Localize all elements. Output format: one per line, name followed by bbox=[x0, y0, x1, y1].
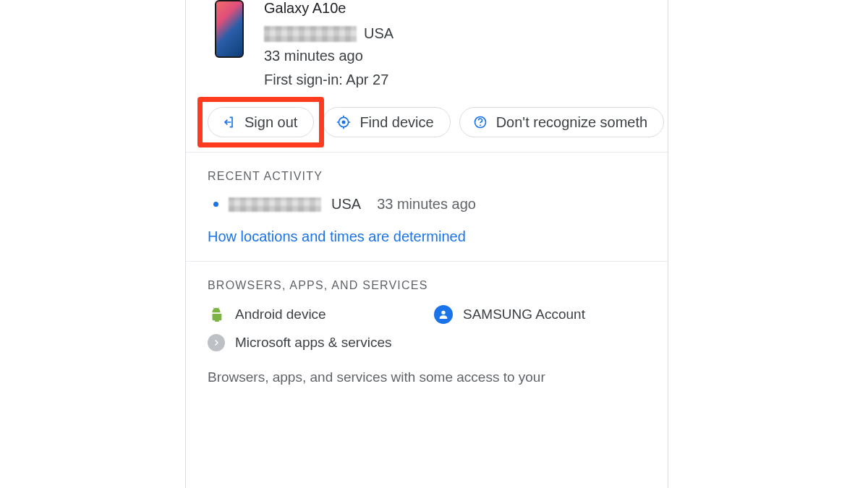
app-item-android: Android device bbox=[208, 305, 420, 324]
locate-icon bbox=[335, 114, 352, 131]
locations-info-link[interactable]: How locations and times are determined bbox=[208, 228, 466, 245]
app-item-samsung: SAMSUNG Account bbox=[434, 305, 646, 324]
redacted-activity-location bbox=[229, 197, 321, 212]
help-icon bbox=[472, 114, 489, 131]
app-label-microsoft: Microsoft apps & services bbox=[235, 335, 391, 351]
svg-point-0 bbox=[342, 121, 346, 124]
svg-point-4 bbox=[441, 311, 445, 314]
device-info: Galaxy A10e USA 33 minutes ago First sig… bbox=[264, 0, 393, 88]
app-label-android: Android device bbox=[235, 307, 326, 322]
dont-recognize-button[interactable]: Don't recognize someth bbox=[459, 107, 664, 137]
activity-time: 33 minutes ago bbox=[377, 196, 476, 213]
apps-section-title: Browsers, Apps, and Services bbox=[208, 279, 646, 292]
find-device-button[interactable]: Find device bbox=[323, 107, 450, 137]
sign-out-button[interactable]: Sign out bbox=[208, 107, 314, 137]
android-icon bbox=[208, 306, 225, 323]
activity-bullet-icon bbox=[213, 202, 218, 207]
activity-location-suffix: USA bbox=[331, 196, 361, 213]
sign-out-icon bbox=[220, 114, 237, 131]
app-item-microsoft: Microsoft apps & services bbox=[208, 334, 420, 351]
device-first-signin: First sign-in: Apr 27 bbox=[264, 72, 393, 88]
device-thumbnail bbox=[215, 0, 244, 58]
svg-point-3 bbox=[480, 124, 481, 126]
sign-out-label: Sign out bbox=[244, 114, 297, 131]
recent-activity-section: Recent Activity USA 33 minutes ago How l… bbox=[186, 153, 668, 262]
samsung-icon bbox=[434, 305, 453, 324]
app-label-samsung: SAMSUNG Account bbox=[463, 307, 585, 322]
redacted-location bbox=[264, 26, 357, 42]
apps-section: Browsers, Apps, and Services Android dev… bbox=[186, 262, 668, 404]
device-header: Galaxy A10e USA 33 minutes ago First sig… bbox=[186, 0, 668, 94]
device-name: Galaxy A10e bbox=[264, 0, 393, 17]
find-device-label: Find device bbox=[359, 114, 433, 131]
page-root: Galaxy A10e USA 33 minutes ago First sig… bbox=[0, 0, 868, 488]
device-actions: Sign out Find device Don't recognize som… bbox=[186, 94, 668, 153]
apps-description: Browsers, apps, and services with some a… bbox=[208, 367, 646, 388]
device-card: Galaxy A10e USA 33 minutes ago First sig… bbox=[185, 0, 668, 488]
location-suffix: USA bbox=[364, 25, 393, 42]
device-last-seen: 33 minutes ago bbox=[264, 48, 393, 64]
microsoft-icon bbox=[208, 334, 225, 351]
device-location-line: USA bbox=[264, 25, 393, 42]
dont-recognize-label: Don't recognize someth bbox=[496, 114, 647, 131]
recent-activity-title: Recent Activity bbox=[208, 170, 646, 183]
apps-grid: Android device SAMSUNG Account Microsoft… bbox=[208, 305, 646, 351]
activity-row: USA 33 minutes ago bbox=[208, 196, 646, 213]
